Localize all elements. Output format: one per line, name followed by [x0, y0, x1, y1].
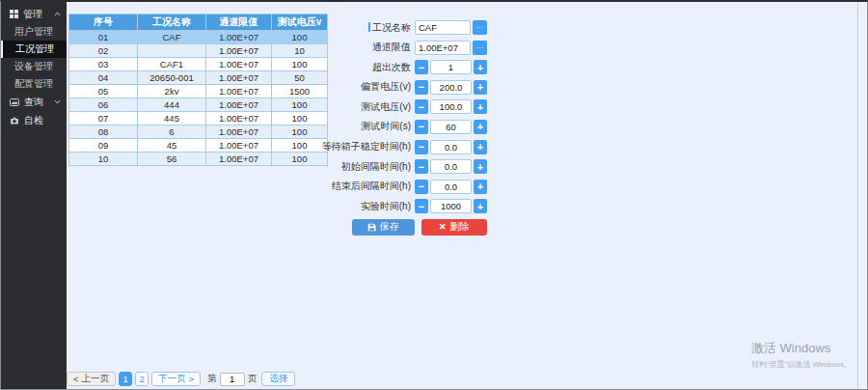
cell-no[interactable]: 05 [69, 85, 138, 98]
plus-button[interactable]: + [474, 60, 487, 74]
initial-interval-input[interactable] [430, 159, 472, 174]
select-page-button[interactable]: 选择 [261, 372, 295, 386]
pagination: < 上一页 1 2 下一页 > 第 页 选择 [67, 372, 295, 386]
end-interval-input[interactable] [430, 180, 472, 194]
cell-name[interactable]: 444 [138, 98, 206, 112]
table-row[interactable]: 10 56 1.00E+07 100 [69, 153, 328, 166]
test-time-input[interactable] [430, 120, 472, 134]
sidebar-item-config-manage[interactable]: 配置管理 [1, 75, 67, 93]
cell-no[interactable]: 02 [69, 44, 138, 58]
table-header-row: 序号 工况名称 通道限值 测试电压v [69, 14, 328, 31]
cell-name[interactable]: CAF1 [138, 58, 206, 71]
cell-no[interactable]: 08 [69, 125, 138, 139]
table-row[interactable]: 08 6 1.00E+07 100 [69, 125, 328, 139]
ellipsis-button[interactable]: ··· [473, 41, 487, 55]
test-voltage-input[interactable] [430, 99, 472, 114]
field-label: 通道限值 [290, 41, 415, 54]
minus-button[interactable]: − [415, 80, 428, 95]
table-row[interactable]: 07 445 1.00E+07 100 [69, 112, 328, 125]
col-header-no: 序号 [69, 14, 138, 31]
cell-limit[interactable]: 1.00E+07 [206, 71, 272, 85]
condition-name-input[interactable] [415, 20, 471, 35]
field-label: 测试时间(s) [290, 120, 415, 133]
minus-button[interactable]: − [415, 120, 428, 134]
condition-form: 工况名称 ··· 通道限值 ··· 超出次数 − + 偏置电压(v) [290, 20, 487, 236]
cell-limit[interactable]: 1.00E+07 [206, 125, 272, 139]
field-condition-name: 工况名称 ··· [290, 20, 487, 35]
col-header-name: 工况名称 [138, 14, 206, 31]
field-label: 测试电压(v) [290, 100, 415, 114]
sidebar-item-condition-manage[interactable]: 工况管理 [1, 41, 67, 58]
cell-no[interactable]: 01 [69, 31, 138, 44]
cell-limit[interactable]: 1.00E+07 [206, 58, 272, 71]
plus-button[interactable]: + [474, 199, 487, 213]
cell-name[interactable]: CAF [138, 31, 206, 44]
plus-button[interactable]: + [474, 140, 487, 154]
sidebar: 管理 用户管理 工况管理 设备管理 配置管理 查询 自检 [1, 2, 67, 389]
plus-button[interactable]: + [474, 120, 487, 134]
wait-stable-time-input[interactable] [430, 140, 472, 154]
plus-button[interactable]: + [474, 80, 487, 95]
cell-name[interactable]: 6 [138, 125, 206, 139]
field-bias-voltage: 偏置电压(v) − + [290, 80, 487, 95]
cell-name[interactable]: 445 [138, 112, 206, 125]
cell-limit[interactable]: 1.00E+07 [206, 139, 272, 153]
next-page-button[interactable]: 下一页 > [151, 372, 201, 386]
minus-button[interactable]: − [415, 140, 428, 154]
sidebar-item-selfcheck[interactable]: 自检 [1, 111, 67, 129]
channel-limit-input[interactable] [415, 41, 471, 55]
cell-limit[interactable]: 1.00E+07 [206, 85, 272, 98]
table-row[interactable]: 05 2kv 1.00E+07 1500 [69, 85, 328, 98]
exceed-count-input[interactable] [430, 60, 472, 74]
cell-name[interactable]: 45 [138, 139, 206, 153]
field-wait-stable-time: 等待箱子稳定时间(h) − + [290, 140, 487, 154]
field-label: 超出次数 [290, 61, 415, 74]
page-number-input[interactable] [220, 373, 245, 386]
cell-name[interactable]: 2kv [138, 85, 206, 98]
cell-no[interactable]: 09 [69, 139, 138, 153]
cell-limit[interactable]: 1.00E+07 [206, 31, 272, 44]
cell-limit[interactable]: 1.00E+07 [206, 98, 272, 112]
sidebar-group-query[interactable]: 查询 [1, 93, 67, 111]
cell-name[interactable]: 20650-001 [138, 71, 206, 85]
cell-no[interactable]: 06 [69, 98, 138, 112]
cell-no[interactable]: 03 [69, 58, 138, 71]
table-row[interactable]: 06 444 1.00E+07 100 [69, 98, 328, 112]
cell-no[interactable]: 04 [69, 71, 138, 85]
plus-button[interactable]: + [474, 99, 487, 114]
ellipsis-button[interactable]: ··· [473, 20, 487, 35]
minus-button[interactable]: − [415, 180, 428, 194]
minus-button[interactable]: − [415, 159, 428, 174]
sidebar-group-manage[interactable]: 管理 [1, 5, 67, 23]
minus-button[interactable]: − [415, 99, 428, 114]
plus-button[interactable]: + [474, 180, 487, 194]
experiment-time-input[interactable] [430, 199, 472, 213]
cell-no[interactable]: 07 [69, 112, 138, 125]
cell-name[interactable] [138, 44, 206, 58]
minus-button[interactable]: − [415, 199, 428, 213]
bias-voltage-input[interactable] [430, 80, 472, 95]
condition-table: 序号 工况名称 通道限值 测试电压v 01 CAF 1.00E+07 100 0… [68, 14, 328, 166]
cell-name[interactable]: 56 [138, 153, 206, 166]
page-2-button[interactable]: 2 [135, 372, 149, 386]
cell-no[interactable]: 10 [69, 153, 138, 166]
cell-limit[interactable]: 1.00E+07 [206, 44, 272, 58]
sidebar-item-device-manage[interactable]: 设备管理 [1, 58, 67, 75]
plus-button[interactable]: + [474, 159, 487, 174]
save-button[interactable]: 保存 [352, 219, 415, 236]
cell-limit[interactable]: 1.00E+07 [206, 153, 272, 166]
chevron-up-icon [54, 12, 61, 16]
table-row[interactable]: 09 45 1.00E+07 100 [69, 139, 328, 153]
camera-icon [10, 117, 19, 125]
cell-limit[interactable]: 1.00E+07 [206, 112, 272, 125]
table-row[interactable]: 02 1.00E+07 10 [69, 44, 328, 58]
table-row[interactable]: 04 20650-001 1.00E+07 50 [69, 71, 328, 85]
prev-page-button[interactable]: < 上一页 [67, 372, 116, 386]
field-test-voltage: 测试电压(v) − + [290, 99, 487, 114]
sidebar-item-user-manage[interactable]: 用户管理 [1, 23, 67, 41]
page-1-button[interactable]: 1 [119, 372, 132, 386]
minus-button[interactable]: − [415, 60, 428, 74]
delete-button[interactable]: ✕ 删除 [421, 219, 487, 236]
table-row[interactable]: 03 CAF1 1.00E+07 100 [69, 58, 328, 71]
table-row[interactable]: 01 CAF 1.00E+07 100 [69, 31, 328, 44]
